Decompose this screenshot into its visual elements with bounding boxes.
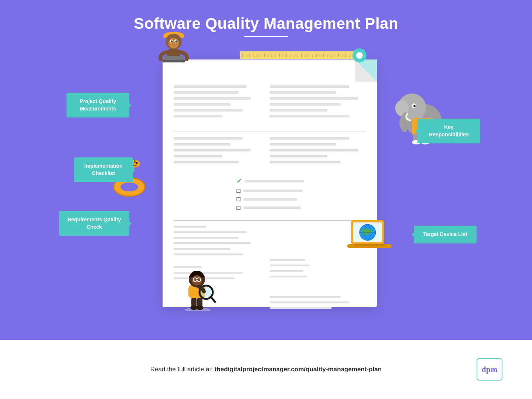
svg-point-37 <box>171 41 173 42</box>
svg-point-53 <box>120 183 138 191</box>
person-character <box>177 266 218 311</box>
checklist-section: ✓ <box>236 178 358 214</box>
tape-roll <box>352 48 366 62</box>
doc-col-left-mid <box>174 137 255 167</box>
key-responsibilities-label: Key Responsibilities <box>417 119 480 143</box>
footer: Read the full article at: thedigitalproj… <box>0 340 532 399</box>
svg-point-34 <box>168 38 179 48</box>
monkey-character <box>155 26 192 71</box>
doc-col-right-top <box>270 85 358 121</box>
title-underline <box>244 36 288 37</box>
svg-rect-58 <box>134 160 136 163</box>
footer-text: Read the full article at: thedigitalproj… <box>150 366 382 373</box>
doc-col-left-top <box>174 85 255 121</box>
doc-col-right-mid <box>270 137 358 167</box>
main-area: Software Quality Management Plan <box>0 0 532 340</box>
requirements-quality-label: Requirements Quality Check <box>59 211 129 236</box>
laptop-character <box>347 218 392 255</box>
svg-point-63 <box>196 306 204 310</box>
document-container: ✓ <box>140 48 392 314</box>
implementation-checklist-label: Implementation Checklist <box>74 157 133 182</box>
svg-point-57 <box>136 162 138 164</box>
doc-bottom-right <box>270 259 358 313</box>
dpm-logo: dpm <box>477 358 502 381</box>
target-device-label: Target Device List <box>414 226 477 243</box>
svg-point-38 <box>175 41 177 42</box>
ruler <box>240 51 358 59</box>
svg-line-72 <box>211 297 215 302</box>
footer-url: thedigitalprojectmanager.com/quality-man… <box>215 366 382 373</box>
svg-rect-41 <box>164 56 183 60</box>
project-quality-label: Project Quality Measurements <box>66 93 129 117</box>
svg-point-46 <box>413 105 416 107</box>
svg-rect-79 <box>353 244 386 246</box>
